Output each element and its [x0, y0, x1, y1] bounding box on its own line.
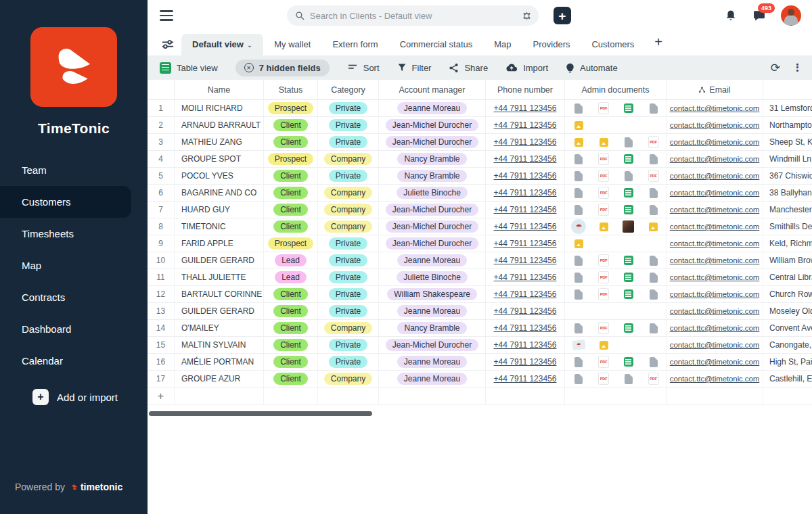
sidebar-item-dashboard[interactable]: Dashboard: [0, 313, 148, 345]
search-input[interactable]: [310, 11, 516, 21]
cell-status[interactable]: Client: [264, 168, 318, 185]
cell-address[interactable]: Manchester: [763, 202, 812, 218]
cell-address[interactable]: Moseley Old: [763, 303, 812, 320]
tab-commercial-status[interactable]: Commercial status: [389, 34, 484, 55]
cell-email[interactable]: contact.ttc@timetonic.com: [667, 235, 763, 252]
doc-icon-img[interactable]: [574, 239, 583, 248]
cell-admin-documents[interactable]: [565, 117, 667, 134]
cell-name[interactable]: AMÉLIE PORTMAN: [175, 354, 264, 371]
cell-status[interactable]: Client: [264, 218, 318, 235]
doc-icon-umbrella[interactable]: ☂: [571, 219, 586, 234]
cell-account-manager[interactable]: Jean-Michel Durocher: [379, 134, 486, 151]
phone-link[interactable]: +44 7911 123456: [494, 323, 557, 333]
search-settings-gear-icon[interactable]: [522, 11, 532, 21]
doc-icon-img[interactable]: [649, 223, 658, 231]
cell-email[interactable]: contact.ttc@timetonic.com: [667, 286, 763, 303]
cell-email[interactable]: contact.ttc@timetonic.com: [667, 202, 763, 218]
doc-icon-img[interactable]: [574, 121, 583, 130]
cell-category[interactable]: Company: [318, 371, 379, 388]
phone-link[interactable]: +44 7911 123456: [494, 137, 557, 147]
user-avatar[interactable]: [781, 5, 801, 26]
email-link[interactable]: contact.ttc@timetonic.com: [670, 324, 760, 332]
doc-icon-doc[interactable]: [650, 154, 658, 164]
cell-phone[interactable]: +44 7911 123456: [486, 286, 565, 303]
cell-name[interactable]: GROUPE SPOT: [175, 151, 264, 168]
cell-status[interactable]: Client: [264, 337, 318, 354]
doc-icon-doc[interactable]: [574, 273, 583, 283]
cell-name[interactable]: GROUPE AZUR: [175, 371, 264, 388]
cell-category[interactable]: Private: [318, 286, 379, 303]
cell-address[interactable]: Central Libra: [763, 269, 812, 286]
notifications-bell-icon[interactable]: [724, 9, 738, 22]
cell-category[interactable]: Company: [318, 151, 379, 168]
cell-name[interactable]: HUARD GUY: [175, 202, 264, 218]
cell-phone[interactable]: +44 7911 123456: [486, 168, 565, 185]
cell-status[interactable]: Prospect: [264, 151, 318, 168]
doc-icon-photo[interactable]: [623, 220, 634, 233]
cell-phone[interactable]: +44 7911 123456: [486, 100, 565, 117]
table-view-button[interactable]: Table view: [160, 62, 218, 74]
email-link[interactable]: contact.ttc@timetonic.com: [670, 172, 760, 180]
cell-account-manager[interactable]: William Shakespeare: [379, 286, 486, 303]
doc-icon-xls[interactable]: [624, 103, 633, 113]
more-options-kebab-icon[interactable]: ⋮: [792, 62, 803, 74]
cell-category[interactable]: Private: [318, 337, 379, 354]
cell-email[interactable]: contact.ttc@timetonic.com: [667, 371, 763, 388]
doc-icon-doc[interactable]: [574, 154, 583, 164]
cell-name[interactable]: ARNAUD BARRAULT: [175, 117, 264, 134]
cell-account-manager[interactable]: Juliette Binoche: [379, 269, 486, 286]
doc-icon-pdf[interactable]: PDF: [649, 373, 658, 384]
doc-icon-uphoto[interactable]: ☂: [572, 340, 585, 350]
phone-link[interactable]: +44 7911 123456: [494, 289, 557, 299]
phone-link[interactable]: +44 7911 123456: [494, 120, 557, 130]
cell-name[interactable]: GUILDER GERARD: [175, 303, 264, 320]
phone-link[interactable]: +44 7911 123456: [494, 188, 557, 197]
doc-icon-pdf[interactable]: PDF: [599, 356, 608, 367]
email-link[interactable]: contact.ttc@timetonic.com: [670, 138, 760, 146]
horizontal-scrollbar[interactable]: [149, 411, 372, 416]
cell-phone[interactable]: +44 7911 123456: [486, 371, 565, 388]
tab-map[interactable]: Map: [483, 34, 522, 55]
cell-admin-documents[interactable]: PDF: [565, 185, 667, 202]
doc-icon-doc[interactable]: [574, 205, 583, 215]
cell-email[interactable]: contact.ttc@timetonic.com: [667, 320, 763, 337]
cell-account-manager[interactable]: Nancy Bramble: [379, 320, 486, 337]
cell-account-manager[interactable]: Jeanne Moreau: [379, 100, 486, 117]
share-button[interactable]: Share: [449, 63, 488, 73]
cell-address[interactable]: Castlehill, Ed: [763, 371, 812, 388]
cell-address[interactable]: Smithills Dea: [763, 218, 812, 235]
phone-link[interactable]: +44 7911 123456: [494, 306, 557, 316]
email-link[interactable]: contact.ttc@timetonic.com: [670, 341, 760, 349]
cell-category[interactable]: Private: [318, 100, 379, 117]
cell-name[interactable]: GUILDER GERARD: [175, 252, 264, 269]
doc-icon-pdf[interactable]: PDF: [599, 187, 608, 198]
cell-address[interactable]: Canongate,: [763, 337, 812, 354]
cell-admin-documents[interactable]: PDF: [565, 151, 667, 168]
phone-link[interactable]: +44 7911 123456: [494, 273, 557, 282]
sidebar-item-team[interactable]: Team: [0, 154, 148, 186]
view-settings-sliders-icon[interactable]: [161, 39, 175, 51]
cell-category[interactable]: Private: [318, 252, 379, 269]
doc-icon-pdf[interactable]: PDF: [599, 204, 608, 215]
cell-email[interactable]: contact.ttc@timetonic.com: [667, 218, 763, 235]
doc-icon-pdf[interactable]: PDF: [649, 170, 658, 181]
sidebar-item-calendar[interactable]: Calendar: [0, 345, 148, 377]
phone-link[interactable]: +44 7911 123456: [494, 103, 557, 113]
cell-status[interactable]: Client: [264, 354, 318, 371]
cell-name[interactable]: POCOL YVES: [175, 168, 264, 185]
email-link[interactable]: contact.ttc@timetonic.com: [670, 307, 760, 315]
cell-address[interactable]: Church Row,: [763, 286, 812, 303]
doc-icon-pdf[interactable]: PDF: [599, 289, 608, 300]
doc-icon-doc[interactable]: [650, 188, 658, 198]
email-link[interactable]: contact.ttc@timetonic.com: [670, 155, 760, 163]
doc-icon-pdf[interactable]: PDF: [599, 170, 608, 181]
tab-providers[interactable]: Providers: [522, 34, 581, 55]
cell-email[interactable]: contact.ttc@timetonic.com: [667, 252, 763, 269]
cell-status[interactable]: Prospect: [264, 100, 318, 117]
cell-email[interactable]: contact.ttc@timetonic.com: [667, 354, 763, 371]
doc-icon-img[interactable]: [600, 223, 608, 231]
phone-link[interactable]: +44 7911 123456: [494, 222, 557, 231]
cell-status[interactable]: Client: [264, 303, 318, 320]
cell-address[interactable]: 38 Ballyhanu: [763, 185, 812, 202]
cell-status[interactable]: Client: [264, 320, 318, 337]
